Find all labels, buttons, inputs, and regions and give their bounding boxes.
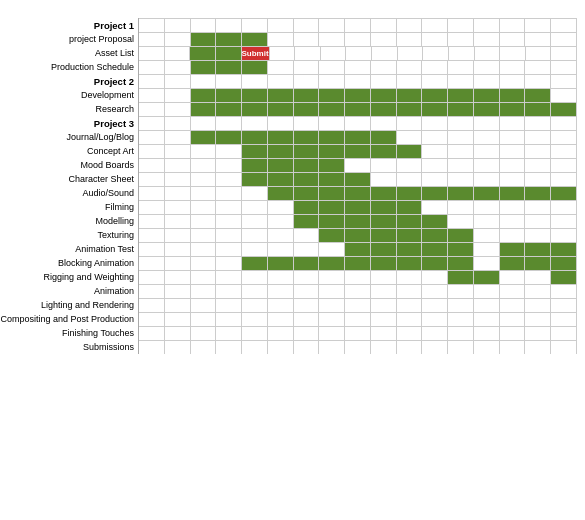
grid-row-7 [139,116,577,130]
cell-7-5 [268,116,294,130]
cell-22-13 [474,326,500,340]
cell-21-12 [448,312,474,326]
cell-12-11 [422,186,448,200]
cell-1-14 [500,32,526,46]
cell-1-9 [371,32,397,46]
cell-7-6 [294,116,320,130]
grid-row-2: Submit [139,46,577,60]
cell-15-3 [216,228,242,242]
cell-1-8 [345,32,371,46]
cell-2-11 [423,46,449,60]
cell-2-15 [526,46,552,60]
cell-1-13 [474,32,500,46]
cell-3-4 [242,60,268,74]
cell-11-13 [474,172,500,186]
grid-row-4 [139,74,577,88]
cell-9-8 [345,144,371,158]
cell-22-10 [397,326,423,340]
row-label-16: Animation Test [8,242,138,256]
cell-11-1 [165,172,191,186]
cell-9-4 [242,144,268,158]
cell-0-11 [422,18,448,32]
cell-14-9 [371,214,397,228]
cell-23-10 [397,340,423,354]
cell-13-7 [319,200,345,214]
cell-13-16 [551,200,577,214]
cell-11-12 [448,172,474,186]
cell-19-3 [216,284,242,298]
cell-6-10 [397,102,423,116]
cell-10-13 [474,158,500,172]
cell-11-5 [268,172,294,186]
cell-4-5 [268,74,294,88]
cell-19-4 [242,284,268,298]
cell-20-0 [139,298,165,312]
cell-22-7 [319,326,345,340]
cell-4-10 [397,74,423,88]
cell-18-11 [422,270,448,284]
cell-1-4 [242,32,268,46]
cell-23-6 [294,340,320,354]
cell-11-2 [191,172,217,186]
cell-1-11 [422,32,448,46]
cell-14-4 [242,214,268,228]
cell-21-16 [551,312,577,326]
cell-12-13 [474,186,500,200]
cell-4-4 [242,74,268,88]
cell-17-9 [371,256,397,270]
cell-8-8 [345,130,371,144]
row-label-5: Development [8,88,138,102]
cell-3-10 [397,60,423,74]
cell-12-10 [397,186,423,200]
cell-14-5 [268,214,294,228]
cell-18-9 [371,270,397,284]
cell-19-16 [551,284,577,298]
cell-6-3 [216,102,242,116]
grid-row-23 [139,340,577,354]
cell-0-14 [500,18,526,32]
cell-18-3 [216,270,242,284]
cell-10-10 [397,158,423,172]
cell-21-2 [191,312,217,326]
cell-21-9 [371,312,397,326]
cell-19-5 [268,284,294,298]
cell-12-6 [294,186,320,200]
cell-7-12 [448,116,474,130]
cell-12-1 [165,186,191,200]
cell-19-7 [319,284,345,298]
cell-23-5 [268,340,294,354]
cell-13-1 [165,200,191,214]
cell-20-3 [216,298,242,312]
cell-21-6 [294,312,320,326]
cell-17-3 [216,256,242,270]
row-label-6: Research [8,102,138,116]
grid-row-6 [139,102,577,116]
cell-5-12 [448,88,474,102]
cell-7-1 [165,116,191,130]
cell-13-8 [345,200,371,214]
cell-0-12 [448,18,474,32]
cell-6-13 [474,102,500,116]
cell-20-9 [371,298,397,312]
cell-9-11 [422,144,448,158]
cell-14-1 [165,214,191,228]
cell-8-10 [397,130,423,144]
cell-4-1 [165,74,191,88]
cell-5-2 [191,88,217,102]
cell-17-10 [397,256,423,270]
cell-0-10 [397,18,423,32]
cell-17-4 [242,256,268,270]
grid-row-20 [139,298,577,312]
cell-23-9 [371,340,397,354]
cell-20-13 [474,298,500,312]
cell-15-13 [474,228,500,242]
cell-19-2 [191,284,217,298]
cell-5-4 [242,88,268,102]
cell-19-13 [474,284,500,298]
cell-12-14 [500,186,526,200]
cell-14-10 [397,214,423,228]
cell-5-16 [551,88,577,102]
cell-19-1 [165,284,191,298]
cell-3-14 [500,60,526,74]
cell-8-7 [319,130,345,144]
